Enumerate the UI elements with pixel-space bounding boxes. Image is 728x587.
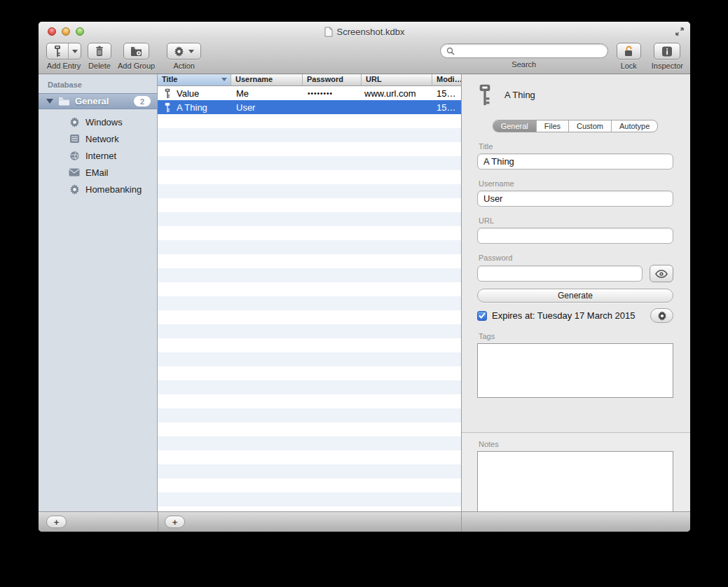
sidebar-item-email[interactable]: EMail [39,164,157,181]
column-header-password[interactable]: Password [303,74,362,85]
add-entry-label: Add Entry [47,62,81,70]
key-icon [477,82,493,108]
title-field[interactable] [477,153,673,170]
window-title: Screenshot.kdbx [337,27,405,37]
add-entry-dropdown[interactable] [68,43,81,59]
cell-url: www.url.com [362,88,432,99]
eye-icon [655,270,668,278]
sidebar-item-internet[interactable]: Internet [39,147,157,164]
delete-group: Delete [88,43,111,70]
cell-title: Value [177,88,199,99]
url-field[interactable] [477,228,673,244]
sidebar: Database General 2 Windows [39,74,158,511]
password-field[interactable] [477,265,643,282]
sidebar-item-network[interactable]: Network [39,130,157,147]
add-group-label: Add Group [118,62,155,70]
column-header-modified[interactable]: Modi… [432,74,461,85]
toolbar-right: Search Lock In [440,43,683,70]
tab-autotype[interactable]: Autotype [612,120,657,132]
titlebar[interactable]: Screenshot.kdbx [39,22,690,42]
desktop-background: Screenshot.kdbx Add Entry [0,0,728,587]
inspector-notes-section: Notes [462,432,690,511]
add-group-button[interactable] [123,43,149,60]
lock-open-icon [624,46,634,57]
inspector-general-section: A Thing General Files Custom Autotype Ti… [462,74,690,401]
column-header-url[interactable]: URL [362,74,432,85]
sidebar-item-windows[interactable]: Windows [39,113,157,130]
add-group-plus-button[interactable]: + [46,516,67,528]
fullscreen-icon[interactable] [675,27,685,36]
add-entry-group: Add Entry [46,43,81,70]
action-label: Action [173,62,195,70]
cell-title: A Thing [177,102,207,113]
key-icon [164,88,171,99]
entry-table: Title Username Password URL Modi… Value … [158,74,461,511]
folder-plus-icon [130,46,142,57]
entry-title: A Thing [504,90,535,100]
sidebar-group-general[interactable]: General 2 [39,93,157,109]
sidebar-item-label: EMail [85,167,109,178]
inspector-group: Inspector [652,43,683,70]
gear-icon [69,117,80,127]
bottom-bar: + + [39,511,690,532]
add-entry-plus-button[interactable]: + [165,516,185,528]
column-header-username[interactable]: Username [231,74,303,85]
divider [461,512,462,532]
entry-header: A Thing [477,82,673,108]
tags-input[interactable] [477,343,673,398]
lock-button[interactable] [617,43,641,60]
key-icon [53,46,62,57]
delete-button[interactable] [88,43,111,60]
folder-icon [58,97,70,106]
inspector-button[interactable] [654,43,680,60]
sidebar-section-header: Database [48,81,157,89]
action-button[interactable] [167,43,201,60]
cell-username: User [231,102,303,113]
sidebar-item-label: Network [85,134,119,144]
cell-username: Me [231,88,303,99]
notes-label: Notes [479,440,673,448]
expires-row: Expires at: Tuesday 17 March 2015 [477,308,673,323]
lock-label: Lock [621,62,637,70]
reveal-password-button[interactable] [650,265,673,282]
username-field[interactable] [477,191,673,207]
column-label: Modi… [437,75,461,83]
expiry-options-button[interactable] [650,308,673,323]
empty-rows-area [158,114,461,511]
document-icon [324,27,333,37]
table-header: Title Username Password URL Modi… [158,74,461,86]
delete-label: Delete [88,62,111,70]
toolbar: Add Entry Delete Add Group [39,42,690,70]
inspector-label: Inspector [652,62,683,70]
cell-modified: 15… [432,88,461,99]
divider [158,512,158,532]
add-entry-button[interactable] [46,43,81,60]
tab-general[interactable]: General [493,120,537,132]
search-input[interactable] [458,46,602,56]
inspector-panel: A Thing General Files Custom Autotype Ti… [461,74,690,511]
search-field[interactable] [440,43,608,58]
column-label: URL [366,75,382,83]
app-window: Screenshot.kdbx Add Entry [39,22,690,532]
table-row-selected[interactable]: A Thing User 15… [158,100,461,114]
window-title-area: Screenshot.kdbx [39,22,690,42]
column-header-title[interactable]: Title [158,74,231,85]
entry-count-badge: 2 [134,96,151,106]
cell-password: •••••••• [303,90,362,97]
sidebar-group-label: General [75,96,109,106]
chevron-down-icon [188,50,194,53]
sidebar-item-homebanking[interactable]: Homebanking [39,181,157,198]
trash-icon [95,46,104,57]
info-icon [661,46,673,57]
tab-custom[interactable]: Custom [569,120,612,132]
window-chrome: Screenshot.kdbx Add Entry [39,22,690,74]
table-row[interactable]: Value Me •••••••• www.url.com 15… [158,86,461,100]
generate-button[interactable]: Generate [477,289,673,303]
search-icon [446,47,455,55]
tab-files[interactable]: Files [537,120,569,132]
disclosure-triangle-icon[interactable] [46,99,53,104]
expires-checkbox[interactable] [477,311,487,321]
check-icon [479,312,486,319]
url-field-label: URL [479,216,673,225]
notes-input[interactable] [477,451,673,511]
